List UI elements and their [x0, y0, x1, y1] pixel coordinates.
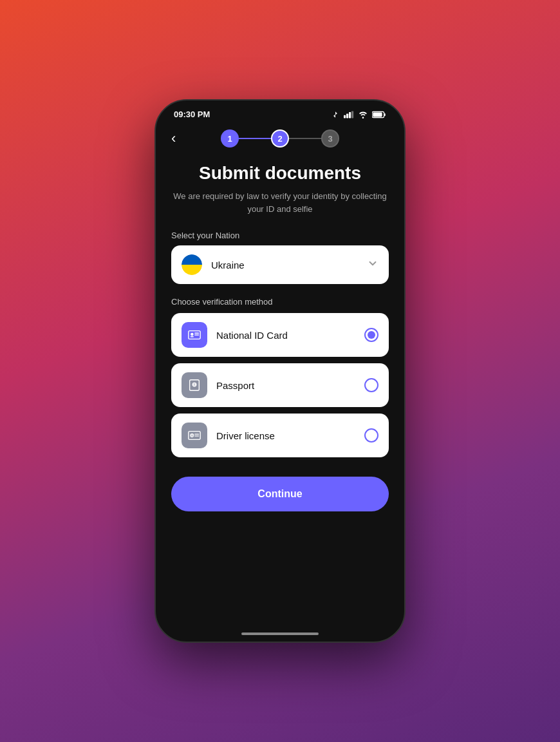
step-1-label: 1 [227, 134, 232, 144]
home-indicator [241, 633, 319, 635]
battery-icon [372, 111, 386, 119]
option-national-id-label: National ID Card [216, 330, 364, 341]
content: Submit documents We are required by law … [156, 158, 404, 527]
time-display: 09:30 PM [174, 109, 210, 119]
step-2[interactable]: 2 [271, 129, 289, 147]
step-3-label: 3 [328, 134, 332, 144]
bluetooth-icon [331, 110, 340, 119]
radio-national-id[interactable] [364, 328, 378, 342]
verification-section-label: Choose verification method [171, 297, 389, 307]
nation-selected-label: Ukraine [211, 260, 367, 271]
phone-container: 09:30 PM ‹ [154, 99, 406, 643]
passport-icon [187, 378, 201, 392]
step-3[interactable]: 3 [321, 129, 339, 147]
radio-national-id-inner [368, 331, 375, 339]
driver-license-icon-wrap [182, 423, 207, 448]
nation-section-label: Select your Nation [171, 231, 389, 240]
svg-point-8 [191, 333, 194, 336]
verification-options: National ID Card Passport [171, 313, 389, 457]
national-id-icon-wrap [182, 322, 207, 348]
passport-icon-wrap [182, 372, 207, 398]
step-1[interactable]: 1 [221, 129, 239, 147]
status-icons [331, 110, 386, 119]
option-national-id[interactable]: National ID Card [171, 313, 389, 357]
option-driver-license-label: Driver license [216, 430, 364, 441]
svg-point-19 [191, 435, 192, 436]
stepper: 1 2 3 [192, 129, 368, 147]
svg-rect-0 [344, 115, 346, 118]
svg-rect-1 [346, 113, 348, 118]
chevron-down-icon [367, 258, 378, 272]
option-passport-label: Passport [216, 380, 364, 391]
radio-driver-license[interactable] [364, 428, 378, 442]
driver-license-icon [187, 428, 201, 442]
svg-rect-2 [349, 112, 351, 119]
svg-rect-6 [373, 112, 382, 117]
step-line-2 [289, 138, 321, 139]
page-title: Submit documents [171, 163, 389, 184]
continue-button[interactable]: Continue [171, 477, 389, 511]
option-driver-license[interactable]: Driver license [171, 414, 389, 457]
signal-icon [344, 111, 354, 119]
svg-rect-3 [351, 111, 353, 118]
step-line-1 [239, 138, 271, 139]
ukraine-flag-icon [182, 254, 202, 275]
wifi-icon [358, 111, 368, 119]
nav-bar: ‹ 1 2 3 [156, 124, 404, 158]
option-passport[interactable]: Passport [171, 363, 389, 407]
id-card-icon [187, 328, 201, 342]
status-bar: 09:30 PM [156, 100, 404, 124]
radio-passport[interactable] [364, 378, 378, 392]
back-button[interactable]: ‹ [171, 130, 192, 147]
page-subtitle: We are required by law to verify your id… [171, 190, 389, 215]
svg-rect-5 [384, 113, 386, 115]
nation-dropdown[interactable]: Ukraine [171, 245, 389, 284]
step-2-label: 2 [277, 134, 282, 144]
